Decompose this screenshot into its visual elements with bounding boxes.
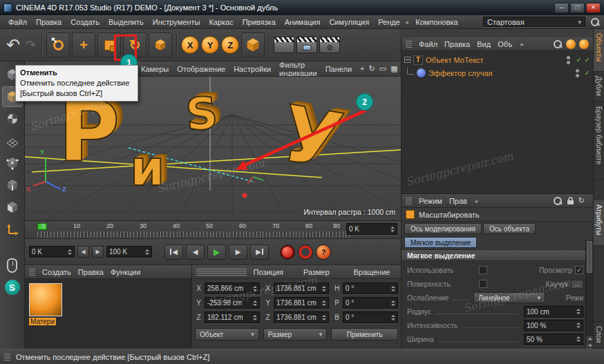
spinner-arrows-icon[interactable] xyxy=(143,249,149,255)
am-menu-edit[interactable]: Прав xyxy=(449,197,467,205)
object-row-effector[interactable]: Эффектор случая ✓ xyxy=(402,66,593,79)
range-right-button[interactable]: ▶ xyxy=(92,246,104,258)
close-button[interactable]: × xyxy=(586,3,601,13)
toggle-views-icon[interactable]: ▦ xyxy=(390,64,397,73)
apply-button[interactable]: Применить xyxy=(331,328,398,341)
surface-checkbox[interactable] xyxy=(479,280,487,288)
z-axis-lock-button[interactable]: Z xyxy=(221,36,239,54)
menu-edit[interactable]: Правка xyxy=(32,17,66,28)
menu-snap[interactable]: Привязка xyxy=(238,17,280,28)
orbit-view-icon[interactable]: ↻ xyxy=(369,64,375,73)
menu-select[interactable]: Выделить xyxy=(104,17,148,28)
zoom-view-icon[interactable]: ▭ xyxy=(379,64,386,73)
collapse-icon[interactable] xyxy=(404,57,410,63)
om-menu-view[interactable]: Вид xyxy=(477,40,491,48)
spinner-arrows-icon[interactable] xyxy=(389,286,395,291)
next-frame-button[interactable]: ▶ xyxy=(229,245,247,260)
goto-start-button[interactable]: ◀ xyxy=(164,245,183,260)
am-menu-mode[interactable]: Режим xyxy=(419,197,442,205)
enabled-check-icon[interactable]: ✓ xyxy=(585,56,590,64)
menu-overflow-icon[interactable]: ▸ xyxy=(405,19,411,26)
rotate-tool[interactable]: ↻ xyxy=(123,32,147,57)
use-checkbox[interactable] xyxy=(479,266,487,274)
material-name[interactable]: Матери xyxy=(29,318,56,325)
workplane-mode-button[interactable] xyxy=(2,131,23,151)
object-name[interactable]: Эффектор случая xyxy=(428,69,493,77)
tab-modeling-axis[interactable]: Ось моделирования xyxy=(404,223,482,234)
spinner-arrows-icon[interactable] xyxy=(320,300,326,306)
viewport-menu-cameras[interactable]: Камеры xyxy=(141,65,169,73)
size-z-field[interactable]: 1736.881 cm xyxy=(274,312,329,323)
spinner-arrows-icon[interactable] xyxy=(251,286,257,291)
spinner-arrows-icon[interactable] xyxy=(388,227,395,232)
redo-button[interactable]: ↷ xyxy=(24,39,37,51)
size-mode-combo[interactable]: Размер▾ xyxy=(263,328,328,341)
rotation-p-field[interactable]: 0 ° xyxy=(343,297,398,309)
size-y-field[interactable]: 1736.881 cm xyxy=(274,297,329,309)
spinner-arrows-icon[interactable] xyxy=(389,300,395,306)
width-spinner[interactable]: 50 % xyxy=(524,334,583,345)
panel-grip-icon[interactable] xyxy=(406,198,412,204)
undo-button[interactable]: ↶ xyxy=(4,37,22,53)
position-y-field[interactable]: -253.98 cm xyxy=(205,297,260,309)
spinner-arrows-icon[interactable] xyxy=(574,336,581,342)
x-axis-lock-button[interactable]: X xyxy=(181,36,199,54)
axis-mode-button[interactable] xyxy=(2,219,23,240)
record-button[interactable] xyxy=(280,245,295,260)
coordinate-system-button[interactable] xyxy=(241,32,265,57)
live-selection-tool[interactable]: ↖ xyxy=(46,32,70,57)
keyframe-selection-button[interactable] xyxy=(298,245,313,260)
menu-tools[interactable]: Инструменты xyxy=(149,17,205,28)
timeline-end-spinner[interactable]: 0 K xyxy=(346,223,397,235)
rotation-b-field[interactable]: 0 ° xyxy=(343,312,398,323)
minimize-button[interactable]: – xyxy=(554,3,569,13)
last-used-tool[interactable] xyxy=(149,32,172,57)
tab-takes[interactable]: Дубли xyxy=(594,72,604,102)
menu-overflow-icon[interactable]: ▸ xyxy=(474,198,480,204)
render-picture-viewer-button[interactable] xyxy=(296,37,317,53)
size-x-field[interactable]: 1736.881 cm xyxy=(274,282,329,294)
render-view-button[interactable] xyxy=(274,37,294,53)
mouse-input-button[interactable] xyxy=(2,255,23,276)
material-menu-function[interactable]: Функции xyxy=(111,268,140,276)
material-menu-edit[interactable]: Правка xyxy=(78,268,104,276)
material-menu-create[interactable]: Создать xyxy=(42,268,71,276)
preview-checkbox[interactable]: ✓ xyxy=(575,266,583,274)
polygons-mode-button[interactable] xyxy=(2,197,23,218)
search-icon[interactable] xyxy=(553,39,563,49)
material-thumbnail[interactable] xyxy=(29,283,62,316)
spinner-arrows-icon[interactable] xyxy=(574,309,581,314)
position-z-field[interactable]: 182.112 cm xyxy=(205,312,260,323)
tab-object-axis[interactable]: Ось объекта xyxy=(483,223,536,234)
rotation-h-field[interactable]: 0 ° xyxy=(343,282,398,294)
om-menu-edit[interactable]: Правка xyxy=(444,40,470,48)
menu-simulate[interactable]: Симуляция xyxy=(325,17,373,28)
frame-start-spinner[interactable]: 0 K xyxy=(29,246,75,258)
menu-animate[interactable]: Анимация xyxy=(281,17,325,28)
spinner-arrows-icon[interactable] xyxy=(251,315,257,320)
tab-layers[interactable]: Слои xyxy=(594,321,604,349)
y-axis-lock-button[interactable]: Y xyxy=(201,36,219,54)
menu-render[interactable]: Ренде xyxy=(374,17,404,28)
visibility-dots-icon[interactable] xyxy=(576,69,579,73)
tab-soft-selection[interactable]: Мягкое выделение xyxy=(404,237,477,248)
timeline-ruler[interactable]: 0 10 20 30 40 50 60 70 80 90 0 K xyxy=(25,221,401,239)
object-mode-combo[interactable]: Объект▾ xyxy=(195,328,259,341)
spinner-arrows-icon[interactable] xyxy=(251,300,257,306)
goto-end-button[interactable]: ▶ xyxy=(250,245,269,260)
render-settings-button[interactable]: ⚙ xyxy=(319,37,340,53)
tab-objects[interactable]: Объекты xyxy=(594,29,604,72)
pan-view-icon[interactable]: + xyxy=(360,64,364,73)
frame-end-spinner[interactable]: 100 K xyxy=(106,246,152,258)
spinner-arrows-icon[interactable] xyxy=(574,323,581,328)
maximize-button[interactable]: □ xyxy=(570,3,585,13)
texture-mode-button[interactable] xyxy=(2,108,23,129)
viewport-menu-panel[interactable]: Панели xyxy=(325,65,352,73)
menu-file[interactable]: Файл xyxy=(4,17,31,28)
panel-grip-icon[interactable] xyxy=(196,269,247,276)
om-menu-file[interactable]: Файл xyxy=(419,40,437,48)
menu-layout[interactable]: Компоновка xyxy=(411,17,462,28)
layout-combo[interactable]: Стартовая ▾ xyxy=(483,17,585,27)
scale-tool[interactable] xyxy=(97,32,121,57)
lock-icon[interactable] xyxy=(567,197,574,205)
